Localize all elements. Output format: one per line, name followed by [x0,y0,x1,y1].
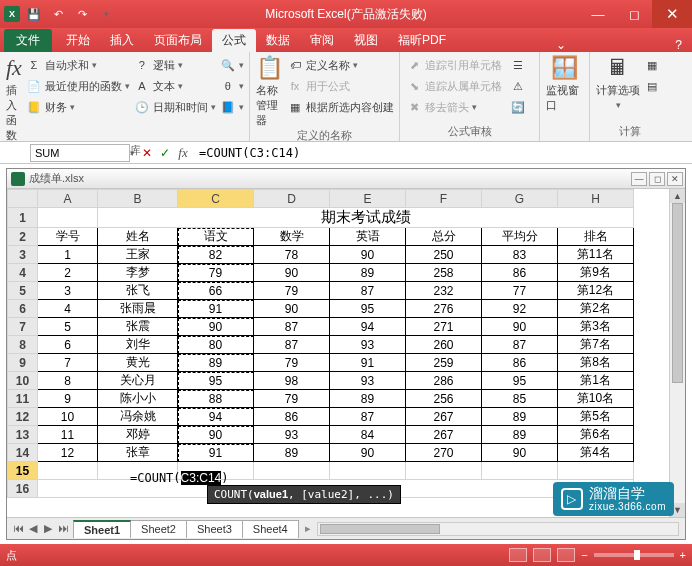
data-cell[interactable]: 250 [406,246,482,264]
row-header-4[interactable]: 4 [8,264,38,282]
tab-formulas[interactable]: 公式 [212,29,256,52]
header-cell[interactable]: 学号 [38,228,98,246]
data-cell[interactable]: 9 [38,390,98,408]
data-cell[interactable]: 第12名 [558,282,634,300]
data-cell[interactable]: 1 [38,246,98,264]
data-cell[interactable]: 267 [406,408,482,426]
col-header-F[interactable]: F [406,190,482,208]
col-header-D[interactable]: D [254,190,330,208]
show-formulas-button[interactable]: ☰ [510,55,526,75]
data-cell[interactable]: 95 [178,372,254,390]
header-cell[interactable]: 英语 [330,228,406,246]
data-cell[interactable]: 88 [178,390,254,408]
data-cell[interactable]: 陈小小 [98,390,178,408]
data-cell[interactable]: 张震 [98,318,178,336]
data-cell[interactable]: 95 [482,372,558,390]
row-header-11[interactable]: 11 [8,390,38,408]
data-cell[interactable]: 89 [482,408,558,426]
tab-nav-last-icon[interactable]: ⏭ [56,522,70,535]
data-cell[interactable]: 第6名 [558,426,634,444]
data-cell[interactable]: 90 [482,444,558,462]
calc-sheet-button[interactable]: ▤ [644,76,660,96]
data-cell[interactable]: 11 [38,426,98,444]
header-cell[interactable]: 数学 [254,228,330,246]
namebox-dropdown-icon[interactable]: ▾ [130,148,135,158]
use-in-formula-button[interactable]: fx用于公式 [287,76,394,96]
sheet-tab-scroll-icon[interactable]: ▸ [299,522,311,535]
tab-file[interactable]: 文件 [4,29,52,52]
data-cell[interactable]: 王家 [98,246,178,264]
data-cell[interactable]: 270 [406,444,482,462]
watch-window-button[interactable]: 🪟 监视窗口 [546,55,583,113]
data-cell[interactable]: 89 [482,426,558,444]
data-cell[interactable]: 86 [482,264,558,282]
close-button[interactable]: ✕ [652,0,692,28]
tab-nav-prev-icon[interactable]: ◀ [26,522,40,535]
tab-nav-first-icon[interactable]: ⏮ [11,522,25,535]
tab-view[interactable]: 视图 [344,29,388,52]
data-cell[interactable]: 92 [482,300,558,318]
row-header-9[interactable]: 9 [8,354,38,372]
data-cell[interactable]: 90 [482,318,558,336]
data-cell[interactable]: 91 [178,300,254,318]
qat-customize-icon[interactable]: ▾ [96,4,116,24]
data-cell[interactable]: 77 [482,282,558,300]
data-cell[interactable]: 85 [482,390,558,408]
define-name-button[interactable]: 🏷定义名称▾ [287,55,394,75]
data-cell[interactable]: 第4名 [558,444,634,462]
row-header-8[interactable]: 8 [8,336,38,354]
data-cell[interactable]: 90 [178,318,254,336]
select-all-corner[interactable] [8,190,38,208]
data-cell[interactable]: 232 [406,282,482,300]
math-button[interactable]: θ▾ [220,76,244,96]
calc-options-button[interactable]: 🖩 计算选项▾ [596,55,640,110]
datetime-button[interactable]: 🕒日期和时间▾ [134,97,216,117]
zoom-slider[interactable] [594,553,674,557]
data-cell[interactable]: 8 [38,372,98,390]
tab-home[interactable]: 开始 [56,29,100,52]
data-cell[interactable]: 93 [330,336,406,354]
data-cell[interactable]: 刘华 [98,336,178,354]
data-cell[interactable]: 第1名 [558,372,634,390]
data-cell[interactable]: 259 [406,354,482,372]
row-header-13[interactable]: 13 [8,426,38,444]
data-cell[interactable]: 90 [254,300,330,318]
data-cell[interactable]: 91 [178,444,254,462]
maximize-button[interactable]: ◻ [616,0,652,28]
data-cell[interactable]: 7 [38,354,98,372]
data-cell[interactable]: 第8名 [558,354,634,372]
data-cell[interactable]: 89 [330,390,406,408]
qat-save-icon[interactable]: 💾 [24,4,44,24]
header-cell[interactable]: 姓名 [98,228,178,246]
col-header-C[interactable]: C [178,190,254,208]
data-cell[interactable]: 李梦 [98,264,178,282]
data-cell[interactable]: 86 [254,408,330,426]
data-cell[interactable]: 267 [406,426,482,444]
data-cell[interactable]: 第7名 [558,336,634,354]
col-header-E[interactable]: E [330,190,406,208]
vertical-scrollbar[interactable]: ▲ ▼ [669,189,685,517]
row-header-15[interactable]: 15 [8,462,38,480]
name-manager-button[interactable]: 📋 名称 管理器 [256,55,283,128]
data-cell[interactable]: 89 [254,444,330,462]
data-cell[interactable]: 84 [330,426,406,444]
data-cell[interactable]: 82 [178,246,254,264]
data-cell[interactable]: 89 [330,264,406,282]
tab-nav-next-icon[interactable]: ▶ [41,522,55,535]
cancel-formula-button[interactable]: ✕ [139,145,155,161]
data-cell[interactable]: 91 [330,354,406,372]
data-cell[interactable]: 冯余姚 [98,408,178,426]
data-cell[interactable]: 256 [406,390,482,408]
data-cell[interactable]: 第11名 [558,246,634,264]
trace-dependents-button[interactable]: ⬊追踪从属单元格 [406,76,502,96]
insert-function-fx-button[interactable]: fx [175,145,191,161]
minimize-button[interactable]: — [580,0,616,28]
sheet-tab-sheet1[interactable]: Sheet1 [73,520,131,538]
help-icon[interactable]: ? [665,38,692,52]
sheet-tab-sheet3[interactable]: Sheet3 [186,520,243,538]
data-cell[interactable]: 271 [406,318,482,336]
col-header-A[interactable]: A [38,190,98,208]
data-cell[interactable]: 94 [330,318,406,336]
data-cell[interactable]: 第10名 [558,390,634,408]
tab-layout[interactable]: 页面布局 [144,29,212,52]
